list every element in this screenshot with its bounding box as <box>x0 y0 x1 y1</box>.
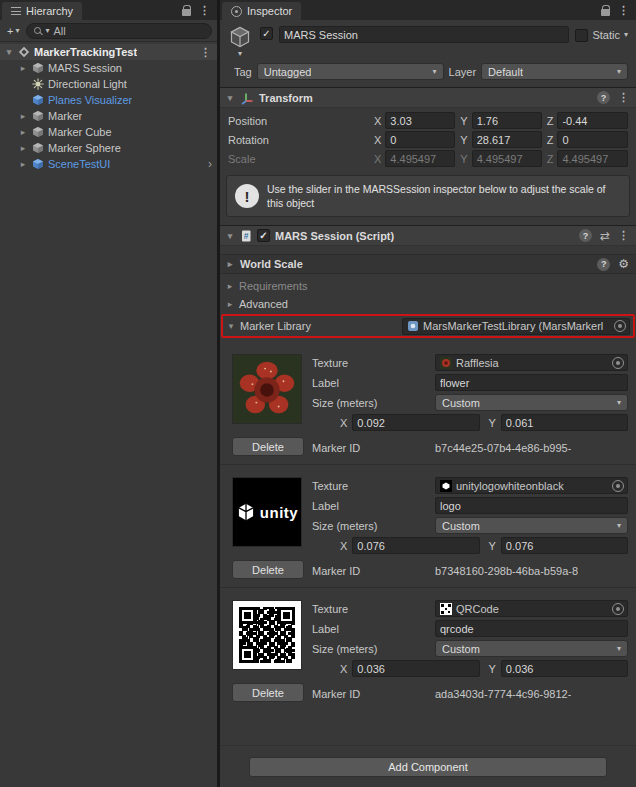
texture-value: QRCode <box>456 603 608 615</box>
hierarchy-item-scenetestui[interactable]: ▸ SceneTestUI › <box>0 156 217 172</box>
active-checkbox[interactable]: ✓ <box>260 27 273 40</box>
size-y-field[interactable] <box>501 414 628 431</box>
hierarchy-item-directional-light[interactable]: Directional Light <box>0 76 217 92</box>
prefab-open-chevron-icon[interactable]: › <box>208 157 215 171</box>
unity-logo-texture-preview[interactable]: unity <box>232 477 302 547</box>
create-object-button[interactable]: + ▾ <box>5 25 21 37</box>
position-axes: X Y Z <box>374 112 628 129</box>
texture-object-field[interactable]: Rafflesia <box>435 354 628 371</box>
rotation-axes: X Y Z <box>374 131 628 148</box>
rotation-y-field[interactable] <box>472 131 542 148</box>
help-icon[interactable]: ? <box>579 229 592 242</box>
foldout-closed-icon[interactable]: ▸ <box>225 299 235 309</box>
size-dropdown[interactable]: Custom ▾ <box>435 640 628 657</box>
rotation-z-field[interactable] <box>557 131 628 148</box>
transform-title: Transform <box>259 92 313 104</box>
cube-icon <box>32 142 44 154</box>
help-icon[interactable]: ? <box>597 91 610 104</box>
component-menu-icon[interactable]: ⋮ <box>618 230 629 241</box>
add-component-button[interactable]: Add Component <box>249 757 607 777</box>
qrcode-texture-preview[interactable] <box>232 600 302 670</box>
label-field[interactable] <box>435 497 628 514</box>
size-x-field[interactable] <box>352 537 479 554</box>
hierarchy-item-marker[interactable]: ▸ Marker <box>0 108 217 124</box>
scene-row[interactable]: ▾ MarkerTrackingTest ⋮ <box>0 44 217 60</box>
rotation-x-field[interactable] <box>385 131 455 148</box>
hierarchy-menu-icon[interactable]: ⋮ <box>199 5 210 16</box>
component-menu-icon[interactable]: ⋮ <box>618 92 629 103</box>
foldout-closed-icon[interactable]: ▸ <box>18 127 28 137</box>
tag-value: Untagged <box>264 66 312 78</box>
object-picker-icon[interactable] <box>612 357 624 369</box>
object-picker-icon[interactable] <box>612 480 624 492</box>
size-dropdown[interactable]: Custom ▾ <box>435 394 628 411</box>
position-y-field[interactable] <box>472 112 542 129</box>
mars-session-script-header[interactable]: ▾ ✓ MARS Session (Script) ? ⇄ ⋮ <box>220 225 636 246</box>
size-x-field[interactable] <box>352 660 479 677</box>
hierarchy-item-marker-sphere[interactable]: ▸ Marker Sphere <box>0 140 217 156</box>
texture-object-field[interactable]: QRCode <box>435 600 628 617</box>
size-y-field[interactable] <box>501 537 628 554</box>
hierarchy-search-input[interactable]: ▾ All <box>26 23 212 39</box>
foldout-closed-icon[interactable]: ▸ <box>18 143 28 153</box>
delete-button[interactable]: Delete <box>232 560 304 579</box>
rafflesia-texture-preview[interactable] <box>232 354 302 424</box>
transform-header[interactable]: ▾ Transform ? ⋮ <box>220 87 636 108</box>
help-icon[interactable]: ? <box>597 258 610 271</box>
component-enabled-checkbox[interactable]: ✓ <box>257 229 270 242</box>
label-field[interactable] <box>435 620 628 637</box>
tag-layer-row: Tag Untagged ▾ Layer Default ▾ <box>220 60 636 87</box>
static-label: Static <box>592 29 620 41</box>
hierarchy-item-mars-session[interactable]: ▸ MARS Session <box>0 60 217 76</box>
texture-value: unitylogowhiteonblack <box>456 480 608 492</box>
texture-object-field[interactable]: unitylogowhiteonblack <box>435 477 628 494</box>
foldout-open-icon[interactable]: ▾ <box>4 47 14 57</box>
layer-dropdown[interactable]: Default ▾ <box>481 63 628 80</box>
delete-button[interactable]: Delete <box>232 437 304 456</box>
object-picker-icon[interactable] <box>612 603 624 615</box>
object-picker-icon[interactable] <box>614 320 626 332</box>
lock-icon[interactable] <box>601 9 610 16</box>
size-value: Custom <box>442 397 480 409</box>
gear-icon[interactable]: ⚙ <box>618 258 629 270</box>
layer-label: Layer <box>449 66 477 78</box>
label-field[interactable] <box>435 374 628 391</box>
texture-label: Texture <box>312 603 435 615</box>
delete-button[interactable]: Delete <box>232 683 304 702</box>
gameobject-icon-button[interactable]: ▾ <box>226 25 254 58</box>
foldout-open-icon[interactable]: ▾ <box>225 93 235 103</box>
hierarchy-item-planes-visualizer[interactable]: Planes Visualizer <box>0 92 217 108</box>
foldout-closed-icon[interactable]: ▸ <box>18 159 28 169</box>
position-z-field[interactable] <box>557 112 628 129</box>
size-dropdown[interactable]: Custom ▾ <box>435 517 628 534</box>
texture-label: Texture <box>312 480 435 492</box>
tab-inspector[interactable]: Inspector <box>222 2 301 20</box>
size-y-field[interactable] <box>501 660 628 677</box>
static-checkbox[interactable] <box>575 29 588 42</box>
gameobject-name-field[interactable] <box>279 26 569 43</box>
y-axis-label: Y <box>460 153 467 165</box>
foldout-open-icon[interactable]: ▾ <box>226 321 236 331</box>
foldout-closed-icon[interactable]: ▸ <box>18 63 28 73</box>
presets-icon[interactable]: ⇄ <box>600 230 610 242</box>
lock-icon[interactable] <box>182 9 191 16</box>
inspector-menu-icon[interactable]: ⋮ <box>618 5 629 16</box>
gameobject-header: ▾ ✓ Static ▾ <box>220 20 636 60</box>
transform-icon <box>240 91 254 105</box>
tab-hierarchy[interactable]: Hierarchy <box>2 2 82 20</box>
size-xy-row: X Y <box>312 537 628 554</box>
scene-menu-icon[interactable]: ⋮ <box>200 47 215 58</box>
position-x-field[interactable] <box>385 112 455 129</box>
static-dropdown[interactable]: Static ▾ <box>575 27 630 42</box>
advanced-foldout[interactable]: ▸ Advanced <box>220 295 636 313</box>
world-scale-header[interactable]: ▸ World Scale ? ⚙ <box>220 254 636 274</box>
texture-row: Texture Rafflesia <box>312 354 628 371</box>
foldout-open-icon[interactable]: ▾ <box>225 231 235 241</box>
hierarchy-item-marker-cube[interactable]: ▸ Marker Cube <box>0 124 217 140</box>
marker-library-object-field[interactable]: MarsMarkerTestLibrary (MarsMarkerl <box>402 318 630 335</box>
foldout-closed-icon[interactable]: ▸ <box>18 111 28 121</box>
size-x-field[interactable] <box>352 414 479 431</box>
tag-dropdown[interactable]: Untagged ▾ <box>257 63 444 80</box>
foldout-closed-icon: ▸ <box>225 259 235 269</box>
marker-id-row: Marker ID b7c44e25-07b4-4e86-b995- <box>312 439 628 456</box>
